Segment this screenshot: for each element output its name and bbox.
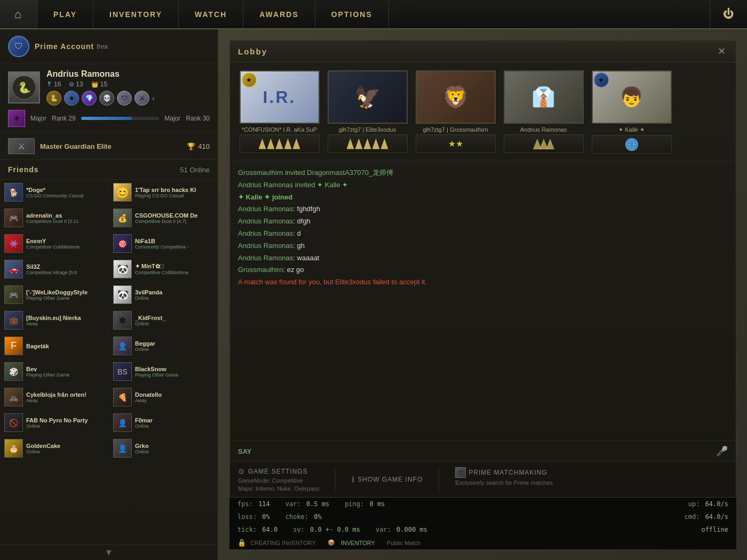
- friend-name: Sil3Z: [26, 263, 104, 270]
- nav-inventory-button[interactable]: INVENTORY: [93, 0, 179, 28]
- friend-item[interactable]: 😊 1'Tap srr bro hacks KI Playing CS:GO C…: [109, 180, 218, 205]
- prime-mm-icon: 🛡: [455, 467, 466, 478]
- microphone-icon[interactable]: 🎤: [716, 445, 728, 457]
- friend-item[interactable]: 🚗 Sil3Z Competitive Mirage [5:8: [0, 257, 109, 282]
- rank-major2-label: Major: [164, 115, 180, 122]
- friend-item[interactable]: 💰 CSGOHOUSE.COM De Competitive Dust II […: [109, 205, 218, 231]
- friend-avatar: 🎮: [4, 285, 23, 304]
- chat-line: Andrius Ramonas: fghdfgh: [238, 204, 728, 215]
- nav-power-button[interactable]: ⏻: [710, 0, 747, 28]
- player-rank-badge: [328, 134, 408, 153]
- stat-crowns: 👑 15: [91, 81, 107, 88]
- lobby-close-button[interactable]: ✕: [715, 45, 728, 58]
- nav-play-button[interactable]: PLAY: [37, 0, 93, 28]
- scroll-down-button[interactable]: ▼: [0, 545, 218, 560]
- friend-avatar: 🐼: [113, 260, 132, 278]
- stat-crown-value: 15: [100, 81, 107, 88]
- friends-online-count: 51 Online: [180, 166, 210, 174]
- friend-name: Beggar: [135, 340, 213, 347]
- show-game-info-title[interactable]: ℹ SHOW GAME INFO: [352, 475, 423, 484]
- var2-value: 0.000 ms: [396, 526, 427, 533]
- nav-options-button[interactable]: OPTIONS: [315, 0, 389, 28]
- friend-info: NiFa1B Community Competitive -: [135, 238, 213, 250]
- rank-name-label: Master Guardian Elite: [40, 142, 112, 150]
- friend-item[interactable]: 🐼 3vilPanda Online: [109, 282, 218, 308]
- player-badge: ★: [242, 73, 257, 87]
- friend-item[interactable]: 🚫 FAB No Pyro No Party Online: [0, 410, 109, 436]
- top-nav: ⌂ PLAY INVENTORY WATCH AWARDS OPTIONS ⏻: [0, 0, 747, 29]
- friend-item[interactable]: 🚲 Cykelbloja från orten! Away: [0, 385, 109, 410]
- game-mode-value: Competitive: [272, 477, 303, 484]
- prime-icon: 🛡: [8, 36, 29, 57]
- friend-status: Competitive Cobblestone: [135, 270, 213, 275]
- badge-more[interactable]: ›: [152, 94, 155, 102]
- player-name: ✦ Kalle ✦: [592, 126, 672, 133]
- player-rank-badge: [592, 135, 672, 154]
- friend-item[interactable]: 🐕 *Doge* CS:GO Community Casual: [0, 180, 109, 205]
- friend-name: Bageták: [26, 343, 104, 349]
- friend-item[interactable]: 🎮 adrenalin_as Competitive Dust II [3:11: [0, 205, 109, 231]
- friend-info: F0mar Online: [135, 417, 213, 429]
- up-stat: up: 64.0/s: [688, 500, 728, 508]
- friends-list[interactable]: 🐕 *Doge* CS:GO Community Casual 😊 1'Tap …: [0, 180, 218, 545]
- profile-name: Andrius Ramonas: [46, 69, 210, 79]
- lock-bar: 🔒 CREATING INVENTORY 📦 INVENTORY Public …: [229, 536, 736, 549]
- nav-awards-button[interactable]: AWARDS: [243, 0, 315, 28]
- prime-mm-group: 🛡 PRIME MATCHMAKING Exclusively search f…: [455, 467, 553, 492]
- friend-item[interactable]: 🍕 Donatello Away: [109, 385, 218, 410]
- left-panel: 🛡 Prime Account Beta 🐍 Andrius Ramonas: [0, 29, 219, 560]
- lobby-window: Lobby ✕ ★ I.R. *CONFUSION* I.R. aKa SuP: [229, 40, 736, 498]
- friend-name: GoldenCake: [26, 443, 104, 449]
- profile-section: 🐍 Andrius Ramonas 🎖 16 ⚙ 13: [0, 64, 218, 133]
- friend-item[interactable]: F Bageták: [0, 333, 109, 359]
- chat-area: Grossmaulhirn invited DragonmastA37070_龙…: [230, 162, 736, 441]
- friend-status: Away: [26, 321, 104, 326]
- friend-name: Grko: [135, 443, 213, 449]
- friend-avatar: ❄: [113, 311, 132, 330]
- prime-label: Prime Account: [35, 42, 94, 51]
- nav-options-label: OPTIONS: [331, 10, 372, 19]
- game-mode-detail: GameMode: Competitive: [238, 477, 319, 484]
- friend-name: CSGOHOUSE.COM De: [135, 212, 213, 219]
- friend-item[interactable]: 👤 F0mar Online: [109, 410, 218, 436]
- friend-info: FAB No Pyro No Party Online: [26, 417, 104, 429]
- friend-item[interactable]: 🎯 NiFa1B Community Competitive -: [109, 231, 218, 257]
- nav-watch-label: WATCH: [195, 10, 227, 19]
- friend-avatar: 🚗: [4, 260, 23, 278]
- friend-item[interactable]: 👤 Beggar Online: [109, 333, 218, 359]
- friend-item[interactable]: 🎂 GoldenCake Online: [0, 436, 109, 461]
- friend-name: EnemY: [26, 238, 104, 244]
- show-game-info-label: SHOW GAME INFO: [357, 476, 423, 483]
- prime-mm-label: PRIME MATCHMAKING: [468, 469, 547, 476]
- game-settings-title: ⚙ GAME SETTINGS: [238, 467, 319, 476]
- lock-text: CREATING INVENTORY: [250, 540, 316, 546]
- rank-globe-icon: [625, 138, 638, 151]
- friend-avatar: BS: [113, 362, 132, 381]
- player-name: Andrius Ramonas: [504, 126, 584, 133]
- friend-item[interactable]: BS BlackSnow Playing Other Game: [109, 359, 218, 385]
- rank-major-number: Rank 29: [52, 115, 76, 122]
- nav-home-button[interactable]: ⌂: [0, 0, 37, 28]
- friend-status: Playing Other Game: [135, 372, 213, 378]
- stat-medals-value: 16: [54, 81, 61, 88]
- nav-inventory-label: INVENTORY: [109, 10, 162, 19]
- friend-info: Sil3Z Competitive Mirage [5:8: [26, 263, 104, 275]
- gear-icon: ⚙: [238, 467, 245, 476]
- friend-item[interactable]: 🎮 ['-']WeLikeDoggyStyle Playing Other Ga…: [0, 282, 109, 308]
- nav-watch-button[interactable]: WATCH: [179, 0, 243, 28]
- rank-arrows-icon: [347, 139, 388, 149]
- friend-item[interactable]: 🎲 Bev Playing Other Game: [0, 359, 109, 385]
- friend-item[interactable]: 🐼 ✦ MinT✿□ Competitive Cobblestone: [109, 257, 218, 282]
- chat-input[interactable]: [257, 447, 711, 455]
- badge-gem: 💎: [82, 91, 97, 106]
- maps-detail: Maps: Inferno, Nuke, Overpass: [238, 485, 319, 492]
- friend-item[interactable]: 💼 [Buyskin.eu] Nierka Away: [0, 308, 109, 333]
- player-rank-badge: [240, 134, 320, 153]
- friend-item[interactable]: 👤 Grko Online: [109, 436, 218, 461]
- maps-value: Inferno, Nuke, Overpass: [256, 485, 319, 492]
- friend-item[interactable]: ❄ _KidFrost_ Online: [109, 308, 218, 333]
- choke-label: choke:: [285, 513, 308, 521]
- chevron-down-icon: ▼: [105, 548, 113, 557]
- friend-avatar: 🎯: [113, 234, 132, 253]
- friend-item[interactable]: 👾 EnemY Competitive Cobblestone: [0, 231, 109, 257]
